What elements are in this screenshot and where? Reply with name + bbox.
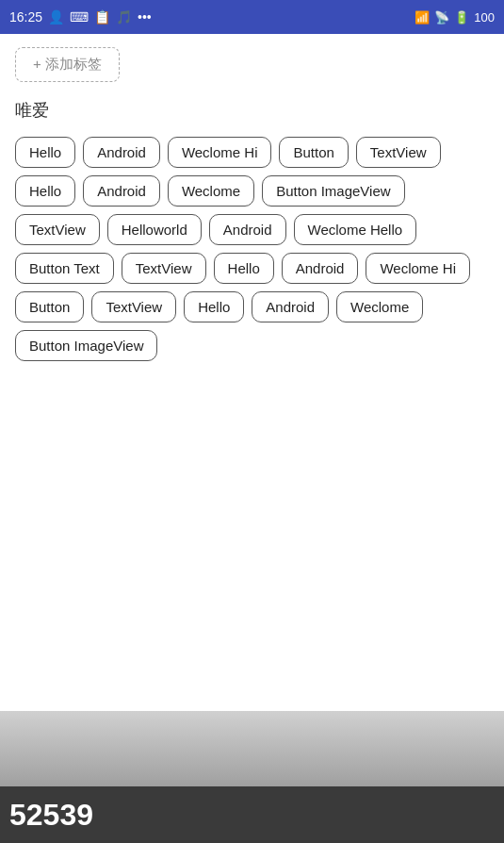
tag-chip[interactable]: Helloworld [107, 214, 202, 245]
tag-chip[interactable]: Hello [184, 291, 244, 322]
number-display: 52539 [9, 798, 93, 833]
battery-icon: 🔋 [454, 10, 469, 25]
add-tag-button[interactable]: + 添加标签 [15, 47, 120, 82]
battery-level: 100 [474, 10, 495, 25]
tag-chip[interactable]: Button ImageView [15, 330, 157, 361]
tag-chip[interactable]: Button ImageView [262, 175, 404, 207]
number-area: 52539 [0, 786, 504, 843]
usb-icon: ⌨ [70, 9, 89, 25]
tag-chip[interactable]: Android [252, 291, 329, 322]
wifi-icon: 📡 [434, 10, 449, 25]
tag-chip[interactable]: TextView [91, 291, 176, 322]
tag-chip[interactable]: Android [209, 214, 286, 245]
tag-chip[interactable]: Weclome Hi [366, 253, 470, 284]
tag-chip[interactable]: Hello [214, 253, 274, 284]
tag-chip[interactable]: Button [279, 137, 348, 168]
tag-chip[interactable]: Weclome Hello [294, 214, 417, 245]
tag-chip[interactable]: Hello [15, 137, 75, 168]
tag-chip[interactable]: Weclome Hi [168, 137, 272, 168]
tag-chip[interactable]: TextView [15, 214, 100, 245]
tag-chip[interactable]: Hello [15, 175, 75, 207]
tag-chip[interactable]: Android [83, 137, 160, 168]
tag-chip[interactable]: TextView [122, 253, 206, 284]
tag-chip[interactable]: Button Text [15, 253, 114, 284]
tag-chip[interactable]: TextView [356, 137, 441, 168]
music-icon: 🎵 [116, 9, 132, 25]
dots-icon: ••• [138, 9, 152, 25]
status-right: 📶 📡 🔋 100 [415, 10, 495, 25]
sim-icon: 📋 [94, 9, 110, 25]
tag-chip[interactable]: Android [282, 253, 359, 284]
status-left: 16:25 👤 ⌨ 📋 🎵 ••• [9, 9, 152, 25]
footer-gradient [0, 711, 504, 786]
person-icon: 👤 [48, 9, 64, 25]
tags-container: HelloAndroidWeclome HiButtonTextViewHell… [15, 137, 489, 361]
tag-chip[interactable]: Weclome [168, 175, 254, 207]
tag-chip[interactable]: Weclome [336, 291, 423, 322]
tag-chip[interactable]: Button [15, 291, 84, 322]
sim-signal-icon: 📶 [415, 10, 430, 25]
content-area: + 添加标签 唯爱 HelloAndroidWeclome HiButtonTe… [0, 34, 504, 711]
section-label: 唯爱 [15, 99, 489, 122]
tag-chip[interactable]: Android [83, 175, 160, 207]
status-bar: 16:25 👤 ⌨ 📋 🎵 ••• 📶 📡 🔋 100 [0, 0, 504, 34]
time: 16:25 [9, 9, 42, 25]
